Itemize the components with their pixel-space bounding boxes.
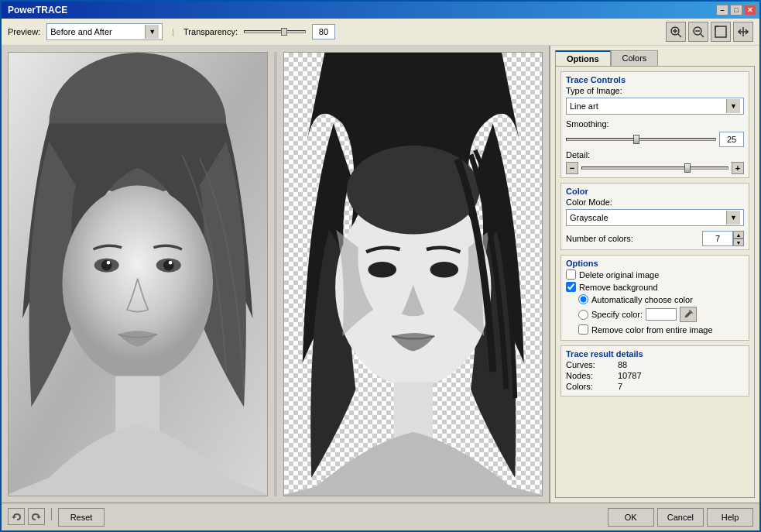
svg-line-1: [678, 34, 681, 37]
transparency-thumb[interactable]: [281, 28, 287, 36]
bottom-left-area: Reset: [8, 508, 105, 527]
smoothing-label: Smoothing:: [566, 119, 609, 129]
colors-label: Colors:: [566, 382, 608, 391]
remove-background-checkbox[interactable]: [566, 282, 576, 292]
colors-result-row: Colors: 7: [566, 382, 744, 391]
detail-slider-thumb[interactable]: [684, 163, 691, 173]
original-preview-panel: [8, 52, 268, 496]
type-of-image-value: Line art: [570, 101, 598, 111]
curves-value: 88: [618, 360, 627, 369]
smoothing-value: 25: [727, 135, 736, 144]
preview-dropdown[interactable]: Before and After ▼: [46, 23, 163, 40]
smoothing-value-box: 25: [719, 132, 744, 147]
help-button[interactable]: Help: [707, 508, 753, 527]
nodes-label: Nodes:: [566, 371, 608, 380]
ok-button[interactable]: OK: [608, 508, 654, 527]
zoom-fit-button[interactable]: [711, 22, 731, 42]
undo-button[interactable]: [8, 508, 25, 525]
type-of-image-label: Type of Image:: [566, 86, 744, 95]
trace-controls-section: Trace Controls Type of Image: Line art ▼…: [560, 71, 749, 178]
color-mode-value: Grayscale: [570, 213, 608, 222]
num-colors-up-button[interactable]: ▲: [733, 231, 744, 239]
smoothing-row: Smoothing:: [566, 119, 744, 129]
detail-minus-button[interactable]: −: [566, 162, 578, 174]
reset-button[interactable]: Reset: [58, 508, 105, 527]
specify-color-radio[interactable]: [578, 310, 588, 320]
num-colors-label: Number of colors:: [566, 234, 633, 243]
smoothing-slider-thumb[interactable]: [633, 135, 639, 144]
zoom-in-icon: [669, 25, 683, 39]
color-mode-arrow: ▼: [726, 211, 740, 225]
specify-color-row: Specify color:: [566, 307, 744, 322]
color-header: Color: [566, 187, 744, 196]
nodes-value: 10787: [618, 371, 642, 380]
auto-color-radio[interactable]: [578, 294, 588, 304]
maximize-button[interactable]: □: [730, 5, 742, 15]
pan-icon: [736, 25, 750, 39]
detail-label: Detail:: [566, 150, 744, 160]
tab-options[interactable]: Options: [555, 50, 611, 66]
preview-area: [2, 46, 550, 503]
zoom-in-button[interactable]: [666, 22, 686, 42]
transparency-slider[interactable]: [244, 30, 306, 33]
detail-slider-track[interactable]: [581, 166, 728, 170]
spinner-buttons: ▲ ▼: [733, 231, 744, 246]
cancel-button[interactable]: Cancel: [657, 508, 704, 527]
num-colors-spinner: 7 ▲ ▼: [702, 231, 744, 246]
num-colors-row: Number of colors: 7 ▲ ▼: [566, 231, 744, 246]
detail-plus-button[interactable]: +: [732, 162, 744, 174]
preview-divider: [274, 52, 277, 496]
preview-dropdown-arrow: ▼: [145, 25, 159, 39]
transparency-value-input[interactable]: 80: [312, 24, 335, 39]
zoom-out-button[interactable]: [688, 22, 708, 42]
remove-entire-label: Remove color from entire image: [591, 325, 713, 335]
zoom-fit-icon: [714, 25, 728, 39]
trace-controls-header: Trace Controls: [566, 75, 744, 84]
traced-preview-panel: [283, 52, 543, 496]
traced-portrait-image: [284, 53, 543, 496]
type-dropdown-arrow: ▼: [726, 99, 740, 113]
toolbar-icons: [666, 22, 753, 42]
delete-original-checkbox[interactable]: [566, 269, 576, 280]
minimize-button[interactable]: –: [716, 5, 728, 15]
options-header: Options: [566, 259, 744, 268]
svg-point-12: [63, 186, 213, 381]
right-panel: Options Colors Trace Controls Type of Im…: [550, 46, 759, 503]
original-portrait-svg: [9, 53, 267, 496]
close-button[interactable]: ✕: [744, 5, 756, 15]
smoothing-slider-track[interactable]: [566, 138, 716, 141]
remove-entire-row: Remove color from entire image: [566, 324, 744, 335]
traced-portrait-svg: [284, 53, 543, 496]
color-mode-dropdown[interactable]: Grayscale ▼: [566, 209, 744, 226]
bottom-separator: [51, 508, 52, 520]
svg-line-5: [701, 34, 704, 37]
bottom-bar: Reset OK Cancel Help: [2, 503, 759, 530]
eyedropper-button[interactable]: [680, 307, 697, 322]
color-section: Color Color Mode: Grayscale ▼ Number of …: [560, 183, 749, 250]
num-colors-down-button[interactable]: ▼: [733, 239, 744, 246]
color-mode-label: Color Mode:: [566, 197, 744, 207]
auto-color-label: Automatically choose color: [591, 295, 693, 304]
delete-original-label: Delete original image: [579, 270, 659, 280]
type-of-image-dropdown[interactable]: Line art ▼: [566, 98, 744, 115]
pan-button[interactable]: [733, 22, 753, 42]
bottom-right-area: OK Cancel Help: [608, 508, 753, 527]
redo-button[interactable]: [28, 508, 45, 525]
color-swatch[interactable]: [646, 308, 677, 321]
smoothing-control-row: 25: [566, 132, 744, 147]
remove-entire-checkbox[interactable]: [578, 324, 588, 335]
window-title: PowerTRACE: [8, 5, 67, 15]
svg-point-17: [107, 261, 111, 265]
svg-rect-7: [715, 26, 726, 37]
colors-result-value: 7: [618, 382, 622, 391]
detail-row: − +: [566, 162, 744, 174]
options-panel-body: Trace Controls Type of Image: Line art ▼…: [555, 66, 755, 498]
num-colors-input[interactable]: 7: [702, 231, 733, 246]
tabs-row: Options Colors: [555, 50, 755, 66]
undo-icon: [11, 511, 22, 522]
preview-selected-value: Before and After: [50, 27, 112, 36]
zoom-out-icon: [691, 25, 705, 39]
remove-background-row: Remove background: [566, 282, 744, 292]
tab-colors[interactable]: Colors: [611, 50, 659, 66]
redo-icon: [31, 511, 42, 522]
